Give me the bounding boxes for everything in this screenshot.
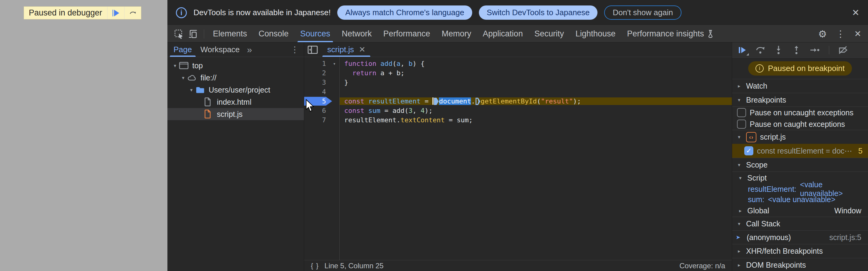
section-xhr-breakpoints[interactable]: ▸ XHR/fetch Breakpoints [732, 244, 868, 258]
code-line-4[interactable]: 4 [304, 87, 732, 96]
switch-devtools-japanese-button[interactable]: Switch DevTools to Japanese [479, 5, 598, 20]
devtools-close-icon[interactable]: ✕ [854, 29, 861, 39]
code-line-5[interactable]: 5const resultElement = document.getEleme… [304, 96, 732, 106]
gutter[interactable]: 1▾ [304, 59, 339, 68]
tab-application[interactable]: Application [477, 26, 529, 42]
tab-lighthouse[interactable]: Lighthouse [569, 26, 621, 42]
tab-workspace[interactable]: Workspace [196, 42, 244, 57]
tab-network[interactable]: Network [336, 26, 378, 42]
step-over-button[interactable] [124, 7, 141, 19]
step-button[interactable] [810, 46, 820, 55]
tree-item-file-[interactable]: ▾file:// [167, 71, 304, 84]
tab-memory[interactable]: Memory [436, 26, 477, 42]
inline-breakpoint-marker-icon[interactable] [434, 98, 439, 105]
fold-chevron-icon[interactable]: ▾ [333, 61, 336, 66]
settings-gear-icon[interactable]: ⚙ [818, 28, 827, 40]
tree-item-script-js[interactable]: script.js [167, 108, 304, 120]
code-line-7[interactable]: 7resultElement.textContent = sum; [304, 115, 732, 125]
tree-item-index-html[interactable]: index.html [167, 96, 304, 108]
chevron-down-icon[interactable]: ▾ [187, 87, 195, 93]
pause-caught-checkbox[interactable] [737, 120, 746, 129]
debugger-pane: i Paused on breakpoint ▸ Watch ▾ Breakpo… [732, 42, 868, 271]
gutter[interactable]: 3 [304, 78, 339, 87]
js-file-icon [204, 109, 211, 119]
scope-var-resultElement[interactable]: resultElement:<value unavailable> [732, 184, 868, 194]
code-line-content[interactable]: const resultElement = document.getElemen… [339, 97, 732, 105]
step-out-button[interactable] [792, 45, 801, 55]
code-line-content[interactable]: resultElement.textContent = sum; [339, 116, 732, 124]
chevron-right-icon: ▸ [736, 83, 742, 89]
code-line-content[interactable]: function add(a, b) { [339, 60, 732, 67]
step-over-button[interactable] [755, 45, 765, 55]
folder-icon [195, 86, 205, 94]
section-scope[interactable]: ▾ Scope [732, 158, 868, 172]
infobar: i DevTools is now available in Japanese!… [167, 0, 868, 26]
section-breakpoints[interactable]: ▾ Breakpoints [732, 93, 868, 107]
inline-breakpoint-marker-icon[interactable] [475, 98, 480, 105]
scope-global-row[interactable]: ▸ Global Window [732, 205, 868, 217]
more-options-icon[interactable]: ⋮ [836, 29, 845, 39]
tab-sources[interactable]: Sources [294, 26, 336, 42]
tab-label: Console [259, 29, 289, 38]
tree-item-users-user-project[interactable]: ▾Users/user/project [167, 84, 304, 96]
deactivate-breakpoints-button[interactable] [838, 45, 848, 55]
editor-tab-label: script.js [327, 45, 354, 54]
section-dom-breakpoints[interactable]: ▸ DOM Breakpoints [732, 258, 868, 271]
code-line-2[interactable]: 2 return a + b; [304, 68, 732, 78]
editor-tab-scriptjs[interactable]: script.js ✕ [321, 42, 372, 57]
code-line-1[interactable]: 1▾function add(a, b) { [304, 59, 732, 68]
hide-navigator-button[interactable] [304, 42, 321, 57]
infobar-close-icon[interactable]: ✕ [852, 7, 860, 18]
tab-security[interactable]: Security [529, 26, 570, 42]
call-stack-label: Call Stack [746, 219, 780, 228]
always-match-language-button[interactable]: Always match Chrome's language [337, 5, 472, 20]
call-frame-row[interactable]: ➤(anonymous)script.js:5 [732, 231, 868, 244]
code-line-content[interactable]: } [339, 79, 732, 86]
resume-script-button[interactable] [107, 7, 124, 19]
navigator-menu-icon[interactable]: ⋮ [286, 42, 304, 57]
code-line-6[interactable]: 6const sum = add(3, 4); [304, 106, 732, 115]
tab-label: Security [534, 29, 564, 38]
tree-icon-holder [204, 97, 214, 107]
code-line-content[interactable]: const sum = add(3, 4); [339, 107, 732, 114]
tab-performance-insights[interactable]: Performance insights [621, 26, 721, 42]
tab-page[interactable]: Page [169, 42, 196, 57]
section-call-stack[interactable]: ▾ Call Stack [732, 217, 868, 231]
device-toolbar-button[interactable] [186, 26, 201, 42]
resume-button[interactable] [738, 46, 747, 55]
main-toolbar: ElementsConsoleSourcesNetworkPerformance… [167, 26, 868, 42]
dont-show-again-button[interactable]: Don't show again [604, 5, 681, 20]
gutter[interactable]: 7 [304, 115, 339, 125]
tab-console[interactable]: Console [253, 26, 294, 42]
token-kw: const [344, 107, 364, 114]
breakpoint-entry-row[interactable]: ✓ const resultElement = doc⋯ 5 [732, 144, 868, 158]
pause-uncaught-row[interactable]: Pause on uncaught exceptions [732, 107, 868, 118]
more-tabs-icon[interactable]: » [244, 42, 255, 57]
tree-item-top[interactable]: ▾top [167, 59, 304, 71]
chevron-down-icon: ▾ [736, 221, 742, 227]
breakpoint-checkbox[interactable]: ✓ [744, 146, 753, 155]
step-into-button[interactable] [774, 45, 783, 55]
code-line-3[interactable]: 3} [304, 78, 732, 87]
gutter[interactable]: 4 [304, 87, 339, 96]
tab-performance[interactable]: Performance [378, 26, 436, 42]
flask-icon [707, 29, 715, 38]
inspect-element-button[interactable] [172, 26, 186, 42]
pause-caught-row[interactable]: Pause on caught exceptions [732, 118, 868, 130]
breakpoint-group-scriptjs[interactable]: ▾ ‹› script.js [732, 130, 868, 144]
pretty-print-icon[interactable]: { } [311, 262, 319, 270]
gutter[interactable]: 2 [304, 68, 339, 78]
token-pl: ( [393, 60, 396, 67]
scope-var-name: sum: [748, 195, 764, 204]
coverage-label[interactable]: Coverage: n/a [679, 262, 725, 270]
chevron-down-icon[interactable]: ▾ [179, 75, 187, 81]
resume-icon [114, 10, 119, 17]
code-editor[interactable]: 1▾function add(a, b) {2 return a + b;3}4… [304, 57, 732, 260]
editor-tab-close-icon[interactable]: ✕ [359, 45, 366, 54]
pause-uncaught-checkbox[interactable] [737, 108, 746, 117]
tab-elements[interactable]: Elements [207, 26, 253, 42]
code-line-content[interactable]: return a + b; [339, 69, 732, 77]
devtools-window: i DevTools is now available in Japanese!… [167, 0, 868, 271]
section-watch[interactable]: ▸ Watch [732, 79, 868, 93]
chevron-down-icon[interactable]: ▾ [171, 63, 179, 68]
